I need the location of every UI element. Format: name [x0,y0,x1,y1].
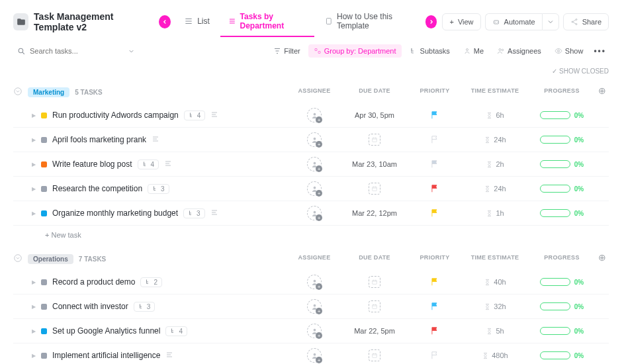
expand-arrow-icon[interactable]: ▶ [32,279,36,285]
task-title[interactable]: Organize monthly marketing budget [52,208,178,218]
assignee-add-button[interactable] [307,324,322,338]
expand-arrow-icon[interactable]: ▶ [32,328,36,334]
assignee-add-button[interactable] [307,181,322,196]
calendar-icon[interactable] [369,134,380,146]
task-row[interactable]: ▶ Run productivity Adwords campaign 4 Ap… [13,103,609,128]
task-title[interactable]: April fools marketing prank [52,135,146,144]
nav-next-button[interactable] [425,15,437,28]
status-square[interactable] [41,279,47,285]
note-icon[interactable] [210,111,218,120]
subtask-badge[interactable]: 4 [165,326,187,336]
note-icon[interactable] [210,208,218,218]
status-square[interactable] [41,161,47,167]
priority-flag[interactable] [412,351,458,360]
add-view-button[interactable]: + View [442,13,480,30]
time-estimate-cell[interactable]: 480h [462,351,528,359]
search-input[interactable] [30,47,124,55]
expand-arrow-icon[interactable]: ▶ [32,304,36,310]
progress-cell[interactable]: 0% [532,278,592,286]
progress-cell[interactable]: 0% [532,351,592,359]
priority-flag[interactable] [412,135,458,144]
time-estimate-cell[interactable]: 32h [462,302,528,310]
progress-cell[interactable]: 0% [532,136,592,144]
calendar-icon[interactable] [369,276,380,288]
automate-dropdown-button[interactable] [542,13,559,30]
status-square[interactable] [41,137,47,143]
collapse-toggle[interactable] [13,87,22,98]
group-pill[interactable]: Marketing [28,87,69,97]
note-icon[interactable] [152,135,159,145]
calendar-icon[interactable] [369,183,380,195]
progress-cell[interactable]: 0% [532,111,592,119]
filter-button[interactable]: Filter [268,44,305,58]
tab-how-to-use[interactable]: How to Use this Template [317,7,420,37]
time-estimate-cell[interactable]: 24h [462,185,528,193]
assignee-add-button[interactable] [307,348,322,363]
add-column-button[interactable]: ⊕ [596,85,609,96]
progress-cell[interactable]: 0% [532,160,592,168]
subtask-badge[interactable]: 3 [148,184,169,194]
assignee-add-button[interactable] [307,206,322,220]
group-by-button[interactable]: Group by: Department [308,44,402,58]
time-estimate-cell[interactable]: 2h [462,160,528,168]
new-task-button[interactable]: + New task [13,226,609,244]
due-date-cell[interactable]: Mar 23, 10am [341,160,408,168]
expand-arrow-icon[interactable]: ▶ [32,353,36,359]
status-square[interactable] [41,113,47,118]
time-estimate-cell[interactable]: 40h [462,278,528,286]
priority-flag[interactable] [412,111,458,120]
status-square[interactable] [41,353,47,359]
task-title[interactable]: Implement artificial intelligence [52,351,160,360]
task-title[interactable]: Record a product demo [52,277,135,287]
calendar-icon[interactable] [369,349,380,361]
assignee-add-button[interactable] [307,108,322,122]
status-square[interactable] [41,210,47,216]
note-icon[interactable] [165,351,173,361]
subtask-badge[interactable]: 2 [140,277,162,287]
task-row[interactable]: ▶ Research the competition 3 24h 0% [13,177,609,201]
more-button[interactable]: ••• [591,44,609,58]
task-row[interactable]: ▶ Organize monthly marketing budget 3 Ma… [13,201,609,226]
expand-arrow-icon[interactable]: ▶ [32,161,36,167]
expand-arrow-icon[interactable]: ▶ [32,210,36,216]
expand-arrow-icon[interactable]: ▶ [32,137,36,143]
progress-cell[interactable]: 0% [532,302,592,310]
task-row[interactable]: ▶ Record a product demo 2 40h 0% [13,270,609,295]
progress-cell[interactable]: 0% [532,327,592,335]
search-box[interactable] [13,44,139,58]
assignee-add-button[interactable] [307,132,322,147]
chevron-down-icon[interactable] [128,48,135,55]
add-column-button[interactable]: ⊕ [596,252,609,263]
due-date-cell[interactable]: Mar 22, 5pm [341,327,408,335]
tab-tasks-by-department[interactable]: Tasks by Department [220,7,314,37]
priority-flag[interactable] [412,326,458,336]
task-row[interactable]: ▶ Set up Google Analytics funnel 4 Mar 2… [13,319,609,343]
me-button[interactable]: Me [458,44,489,58]
subtask-badge[interactable]: 4 [138,159,159,169]
calendar-icon[interactable] [369,300,380,312]
assignee-add-button[interactable] [307,275,322,289]
group-pill[interactable]: Operations [28,254,73,264]
task-row[interactable]: ▶ Write feature blog post 4 Mar 23, 10am… [13,152,609,177]
priority-flag[interactable] [412,159,458,169]
priority-flag[interactable] [412,277,458,287]
progress-cell[interactable]: 0% [532,185,592,193]
task-row[interactable]: ▶ Connect with investor 3 32h 0% [13,295,609,319]
task-title[interactable]: Set up Google Analytics funnel [52,326,160,336]
time-estimate-cell[interactable]: 6h [462,111,528,119]
task-title[interactable]: Research the competition [52,184,142,193]
assignee-add-button[interactable] [307,299,322,314]
share-button[interactable]: Share [563,13,609,30]
time-estimate-cell[interactable]: 24h [462,136,528,144]
tab-list[interactable]: List [176,11,218,32]
task-row[interactable]: ▶ Implement artificial intelligence 480h… [13,343,609,364]
task-row[interactable]: ▶ April fools marketing prank 24h 0% [13,128,609,152]
expand-arrow-icon[interactable]: ▶ [32,186,36,192]
task-title[interactable]: Write feature blog post [52,159,132,169]
status-square[interactable] [41,186,47,192]
priority-flag[interactable] [412,184,458,193]
time-estimate-cell[interactable]: 5h [462,327,528,335]
show-closed-toggle[interactable]: SHOW CLOSED [552,68,609,75]
expand-arrow-icon[interactable]: ▶ [32,113,36,118]
priority-flag[interactable] [412,208,458,218]
